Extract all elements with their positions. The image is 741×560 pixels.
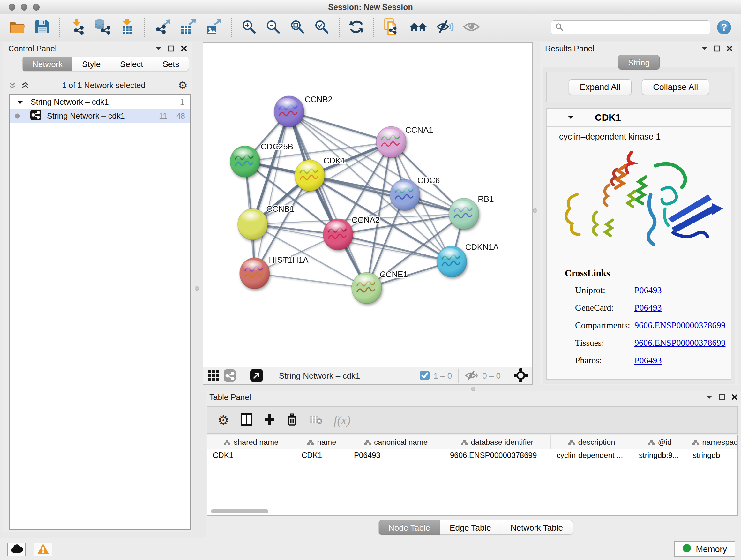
column-header-canonical-name[interactable]: canonical name <box>348 435 444 449</box>
save-session-button[interactable] <box>32 18 52 37</box>
network-node-CCNB2[interactable] <box>274 96 304 127</box>
network-node-CDC6[interactable] <box>390 179 420 211</box>
network-node-CCNE1[interactable] <box>352 272 382 304</box>
column-header-name[interactable]: name <box>296 435 348 449</box>
column-header-description[interactable]: description <box>551 435 633 449</box>
network-node-RB1[interactable] <box>449 198 479 230</box>
left-splitter-handle[interactable] <box>195 286 199 291</box>
cloud-button[interactable] <box>7 543 25 556</box>
gear-icon[interactable]: ⚙ <box>178 80 188 91</box>
export-table-button[interactable] <box>177 17 199 37</box>
delete-column-icon[interactable] <box>286 413 297 427</box>
share-view-icon[interactable] <box>224 369 236 383</box>
show-columns-icon[interactable] <box>241 413 252 427</box>
zoom-selected-button[interactable] <box>311 18 332 37</box>
selected-checkbox-icon[interactable] <box>420 371 429 381</box>
panel-float-icon[interactable] <box>714 45 720 52</box>
panel-float-icon[interactable] <box>168 45 174 52</box>
birds-eye-grid-icon[interactable] <box>208 370 219 382</box>
tab-edge-table[interactable]: Edge Table <box>440 520 501 535</box>
tab-style[interactable]: Style <box>72 57 111 71</box>
tab-string[interactable]: String <box>618 55 660 70</box>
network-node-CCNA2[interactable] <box>323 219 353 250</box>
help-button[interactable]: ? <box>714 18 735 37</box>
crosslink-link[interactable]: P06493 <box>634 303 662 313</box>
right-splitter-handle[interactable] <box>533 208 537 213</box>
protein-section-header[interactable]: CDK1 <box>547 109 731 127</box>
panel-close-icon[interactable] <box>181 45 187 52</box>
import-table-button[interactable] <box>117 17 138 38</box>
network-node-HIST1H1A[interactable] <box>240 258 270 289</box>
export-network-button[interactable] <box>151 17 174 37</box>
function-builder-icon[interactable]: f(x) <box>334 413 351 427</box>
network-node-CCNB1[interactable] <box>238 208 268 240</box>
zoom-out-button[interactable] <box>263 18 284 37</box>
column-header-database-identifier[interactable]: database identifier <box>444 435 551 449</box>
panel-close-icon[interactable] <box>731 394 738 400</box>
panel-menu-icon[interactable] <box>706 395 712 399</box>
network-node-CDC25B[interactable] <box>230 146 260 177</box>
crosshair-icon[interactable] <box>514 368 528 384</box>
tab-network-table[interactable]: Network Table <box>501 520 573 535</box>
memory-button[interactable]: Memory <box>674 542 735 557</box>
zoom-fit-button[interactable] <box>287 18 308 37</box>
hide-selected-button[interactable] <box>434 18 457 37</box>
table-cell[interactable]: cyclin-dependent ... <box>551 449 633 462</box>
add-column-icon[interactable] <box>264 413 275 427</box>
table-cell[interactable]: stringdb <box>687 449 738 462</box>
network-documents-button[interactable] <box>381 17 403 38</box>
tab-sets[interactable]: Sets <box>153 57 189 71</box>
network-edge[interactable] <box>289 111 391 142</box>
network-edge[interactable] <box>255 273 367 288</box>
crosslink-link[interactable]: 9606.ENSP00000378699 <box>634 338 725 348</box>
tab-select[interactable]: Select <box>111 57 153 71</box>
table-cell[interactable]: 9606.ENSP00000378699 <box>444 449 551 462</box>
table-cell[interactable]: CDK1 <box>207 449 296 462</box>
tab-node-table[interactable]: Node Table <box>379 520 440 535</box>
home-panels-button[interactable] <box>406 18 430 37</box>
tab-network[interactable]: Network <box>22 57 72 71</box>
disclosure-triangle-icon[interactable] <box>17 98 23 107</box>
refresh-button[interactable] <box>346 18 367 37</box>
column-header-shared-name[interactable]: shared name <box>207 435 296 449</box>
delete-table-icon[interactable] <box>309 415 322 426</box>
search-input[interactable] <box>563 21 706 34</box>
import-network-file-button[interactable] <box>66 17 88 38</box>
import-network-database-button[interactable] <box>91 17 114 38</box>
warnings-button[interactable] <box>34 543 52 556</box>
network-canvas[interactable]: CCNB2CCNA1CDC25BCDK1CDC6RB1CCNB1CCNA2CDK… <box>203 43 532 367</box>
expand-all-icon[interactable] <box>21 81 29 89</box>
network-collection-row[interactable]: String Network – cdk1 1 <box>10 95 190 109</box>
horizontal-splitter-handle[interactable] <box>471 387 475 391</box>
table-gear-icon[interactable]: ⚙ <box>218 414 229 427</box>
export-image-button[interactable] <box>202 17 225 37</box>
panel-float-icon[interactable] <box>719 394 725 400</box>
show-all-button[interactable] <box>460 19 483 36</box>
open-session-button[interactable] <box>6 18 29 37</box>
network-node-CDK1[interactable] <box>294 160 325 191</box>
column-header-@id[interactable]: @id <box>633 435 687 449</box>
crosslink-link[interactable]: P06493 <box>634 355 662 366</box>
detach-view-icon[interactable] <box>250 369 263 383</box>
column-header-namespace[interactable]: namespace <box>687 435 738 449</box>
zoom-in-button[interactable] <box>239 18 259 37</box>
table-cell[interactable]: CDK1 <box>296 449 348 462</box>
collapse-all-icon[interactable] <box>8 81 17 89</box>
crosslink-link[interactable]: 9606.ENSP00000378699 <box>634 320 725 330</box>
network-node-CCNA1[interactable] <box>376 126 406 158</box>
table-row[interactable]: CDK1CDK1P064939606.ENSP00000378699cyclin… <box>207 449 738 462</box>
hidden-eye-slash-icon[interactable] <box>465 370 478 382</box>
table-cell[interactable]: stringdb:9... <box>633 449 687 462</box>
table-cell[interactable]: P06493 <box>348 449 444 462</box>
expand-all-button[interactable]: Expand All <box>569 79 632 95</box>
network-edge[interactable] <box>338 234 452 261</box>
collapse-all-button[interactable]: Collapse All <box>642 79 709 95</box>
network-row-selected[interactable]: String Network – cdk1 11 48 <box>10 109 190 123</box>
crosslink-link[interactable]: P06493 <box>634 285 662 295</box>
panel-close-icon[interactable] <box>726 45 733 52</box>
panel-menu-icon[interactable] <box>156 47 161 51</box>
network-node-CDKN1A[interactable] <box>437 246 467 277</box>
horizontal-scrollbar[interactable] <box>211 509 268 513</box>
panel-menu-icon[interactable] <box>701 47 707 51</box>
disclosure-triangle-icon[interactable] <box>567 115 574 121</box>
